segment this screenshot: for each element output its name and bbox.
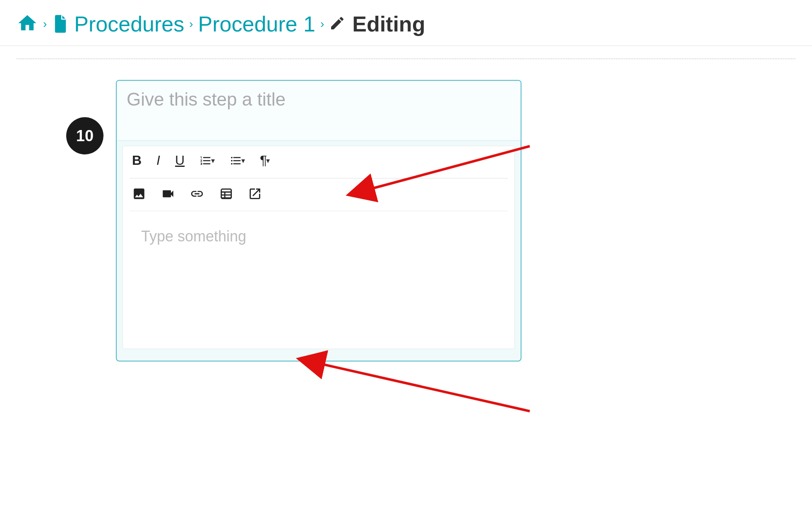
ordered-list-button[interactable]: ▾ — [197, 153, 217, 169]
breadcrumb-procedure-link[interactable]: Procedure 1 — [198, 12, 315, 36]
bold-button[interactable]: B — [130, 151, 144, 170]
svg-line-3 — [310, 361, 530, 411]
ordered-list-caret: ▾ — [211, 156, 215, 165]
toolbar-insert — [130, 185, 508, 202]
unordered-list-caret: ▾ — [241, 156, 245, 165]
edit-icon — [329, 15, 346, 33]
toolbar-divider — [130, 178, 508, 178]
paragraph-caret: ▾ — [266, 156, 270, 165]
home-icon[interactable] — [17, 12, 38, 36]
underline-button[interactable]: U — [173, 151, 187, 170]
breadcrumb-editing-label: Editing — [352, 12, 425, 36]
document-icon — [52, 14, 69, 34]
insert-image-button[interactable] — [130, 185, 149, 202]
editor-body-divider — [130, 211, 508, 211]
insert-table-button[interactable] — [216, 185, 235, 202]
title-input-area[interactable] — [117, 81, 521, 141]
insert-embed-button[interactable] — [245, 185, 264, 202]
step-editor: B I U ▾ — [116, 80, 521, 361]
breadcrumb-chevron-2: › — [189, 18, 193, 30]
breadcrumb-chevron-1: › — [43, 18, 47, 30]
section-divider — [17, 58, 795, 59]
main-content: 10 B I U — [0, 72, 812, 378]
breadcrumb: › Procedures › Procedure 1 › Editing — [0, 0, 812, 46]
toolbar-text-formatting: B I U ▾ — [130, 151, 508, 170]
step-title-input[interactable] — [127, 89, 511, 130]
breadcrumb-procedures-link[interactable]: Procedures — [74, 12, 184, 36]
body-editor[interactable]: Type something — [130, 218, 508, 342]
unordered-list-button[interactable]: ▾ — [227, 153, 247, 169]
italic-button[interactable]: I — [154, 151, 163, 170]
paragraph-button[interactable]: ¶ ▾ — [257, 151, 272, 170]
insert-link-button[interactable] — [187, 185, 207, 202]
breadcrumb-chevron-3: › — [320, 18, 324, 30]
insert-video-button[interactable] — [159, 185, 178, 202]
step-number-badge: 10 — [66, 117, 103, 154]
body-placeholder-text: Type something — [141, 228, 246, 245]
